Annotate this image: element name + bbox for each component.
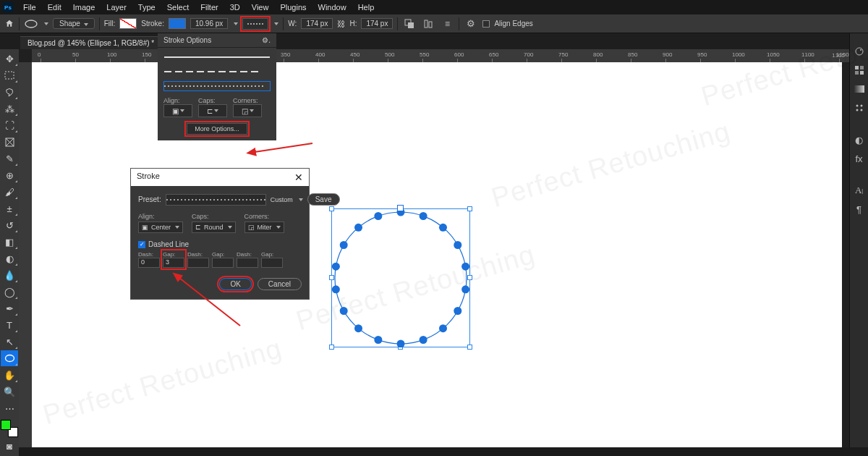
svg-rect-5 — [5, 72, 14, 79]
svg-line-40 — [255, 143, 312, 152]
more-options-button[interactable]: More Options... — [187, 123, 247, 135]
svg-point-9 — [5, 355, 14, 362]
home-icon[interactable] — [4, 19, 14, 28]
shape-options-gear-icon[interactable]: ⚙ — [464, 17, 478, 30]
adjustments-panel-icon[interactable]: ◐ — [853, 133, 866, 146]
svg-point-35 — [332, 285, 340, 293]
gradient-tool[interactable]: ◐ — [1, 250, 18, 266]
path-arrangement-icon[interactable]: ≡ — [440, 17, 454, 30]
stroke-style-dropdown[interactable] — [242, 18, 268, 30]
dlg-align-dropdown[interactable]: ▣ Center — [138, 221, 183, 233]
dash1-input[interactable]: 0 — [138, 258, 160, 268]
tool-mode-dropdown[interactable]: Shape — [53, 18, 95, 29]
menu-filter[interactable]: Filter — [195, 1, 224, 13]
frame-tool[interactable] — [1, 134, 18, 150]
menu-select[interactable]: Select — [161, 1, 195, 13]
watermark: Perfect Retouching — [488, 116, 734, 214]
quickmask-toggle[interactable]: ◙ — [1, 438, 18, 454]
anchor-top[interactable] — [397, 205, 404, 211]
menu-type[interactable]: Type — [132, 1, 161, 13]
annotation-arrow-1 — [250, 140, 315, 158]
paragraph-panel-icon[interactable]: ¶ — [853, 203, 866, 216]
stroke-options-gear-icon[interactable]: ⚙. — [262, 36, 271, 44]
patterns-panel-icon[interactable] — [853, 101, 866, 114]
gradients-panel-icon[interactable] — [853, 83, 866, 96]
styles-panel-icon[interactable]: fx — [853, 152, 866, 165]
stroke-corners-dropdown[interactable]: ◲ — [233, 104, 262, 117]
menu-file[interactable]: File — [17, 1, 42, 13]
height-input[interactable]: 174 px — [361, 18, 393, 29]
menu-view[interactable]: View — [246, 1, 275, 13]
menu-edit[interactable]: Edit — [42, 1, 67, 13]
svg-rect-4 — [429, 22, 432, 28]
crop-tool[interactable]: ⛶ — [1, 117, 18, 133]
lasso-tool[interactable] — [1, 84, 18, 100]
dash3-input[interactable] — [237, 258, 258, 268]
blur-tool[interactable]: 💧 — [1, 267, 18, 283]
stroke-label: Stroke: — [141, 20, 164, 28]
stroke-width-input[interactable]: 10.96 px — [190, 18, 228, 29]
zoom-tool[interactable]: 🔍 — [1, 384, 18, 400]
brush-tool[interactable]: 🖌 — [1, 184, 18, 200]
move-tool[interactable]: ✥ — [1, 51, 18, 67]
edit-toolbar[interactable]: ⋯ — [1, 400, 18, 416]
dlg-caps-dropdown[interactable]: ⊏ Round — [192, 221, 236, 233]
menu-window[interactable]: Window — [312, 1, 352, 13]
dash2-input[interactable] — [187, 258, 209, 268]
ellipse-tool-icon — [24, 19, 38, 29]
vertical-ruler[interactable] — [19, 62, 32, 447]
horizontal-ruler[interactable]: 0501001502002503003504004505005506006507… — [32, 49, 849, 62]
gap1-input[interactable]: 3 — [163, 258, 184, 268]
width-input[interactable]: 174 px — [301, 18, 333, 29]
gap2-input[interactable] — [212, 258, 234, 268]
foreground-color-swatch[interactable] — [1, 420, 11, 430]
stroke-dialog-close-icon[interactable]: ✕ — [294, 172, 303, 183]
stroke-style-dotted[interactable] — [163, 81, 271, 91]
eyedropper-tool[interactable]: ✎ — [1, 151, 18, 166]
svg-point-23 — [420, 212, 427, 220]
pen-tool[interactable]: ✒ — [1, 300, 18, 316]
preset-preview[interactable] — [166, 194, 266, 206]
color-swatches[interactable] — [1, 420, 18, 437]
height-label: H: — [349, 20, 357, 28]
cancel-button[interactable]: Cancel — [258, 278, 302, 290]
align-edges-checkbox[interactable] — [482, 20, 490, 28]
path-operations-icon[interactable] — [402, 17, 417, 30]
stroke-options-panel: Stroke Options ⚙. Align:▣ Caps:⊏ Corners… — [158, 33, 276, 140]
quick-selection-tool[interactable]: ⁂ — [1, 101, 18, 117]
fill-swatch[interactable] — [119, 18, 137, 29]
menu-3d[interactable]: 3D — [224, 1, 246, 13]
preset-save-button[interactable]: Save — [307, 193, 340, 206]
document-tab[interactable]: Blog.psd @ 145% (Ellipse 1, RGB/8#) * × — [20, 36, 170, 49]
eraser-tool[interactable]: ◧ — [1, 234, 18, 250]
gap3-input[interactable] — [261, 258, 283, 268]
ellipse-tool[interactable] — [1, 350, 18, 366]
stroke-caps-dropdown[interactable]: ⊏ — [198, 104, 227, 117]
photoshop-app-icon: Ps — [3, 2, 13, 12]
stroke-align-dropdown[interactable]: ▣ — [163, 104, 192, 117]
stroke-style-solid[interactable] — [163, 52, 271, 62]
menu-help[interactable]: Help — [352, 1, 380, 13]
hand-tool[interactable]: ✋ — [1, 367, 18, 383]
stroke-style-dashed[interactable] — [163, 67, 271, 77]
stroke-options-title: Stroke Options — [163, 36, 211, 44]
menu-layer[interactable]: Layer — [101, 1, 132, 13]
healing-brush-tool[interactable]: ⊕ — [1, 167, 18, 183]
dlg-corners-dropdown[interactable]: ◲ Miter — [244, 221, 284, 233]
svg-point-24 — [439, 224, 447, 232]
character-panel-icon[interactable]: A| — [853, 184, 866, 197]
history-brush-tool[interactable]: ↺ — [1, 217, 18, 233]
dashed-line-checkbox[interactable]: ✓ — [138, 241, 145, 248]
path-selection-tool[interactable]: ↖ — [1, 334, 18, 350]
link-wh-icon[interactable]: ⛓ — [337, 20, 345, 28]
marquee-tool[interactable] — [1, 67, 18, 83]
menu-plugins[interactable]: Plugins — [274, 1, 312, 13]
ellipse-shape[interactable] — [331, 208, 470, 347]
svg-point-27 — [461, 285, 469, 293]
type-tool[interactable]: T — [1, 317, 18, 333]
clone-stamp-tool[interactable]: ± — [1, 200, 18, 216]
stroke-swatch[interactable] — [169, 18, 186, 29]
menu-image[interactable]: Image — [67, 1, 101, 13]
path-alignment-icon[interactable] — [421, 17, 435, 30]
dodge-tool[interactable]: ◯ — [1, 284, 18, 300]
